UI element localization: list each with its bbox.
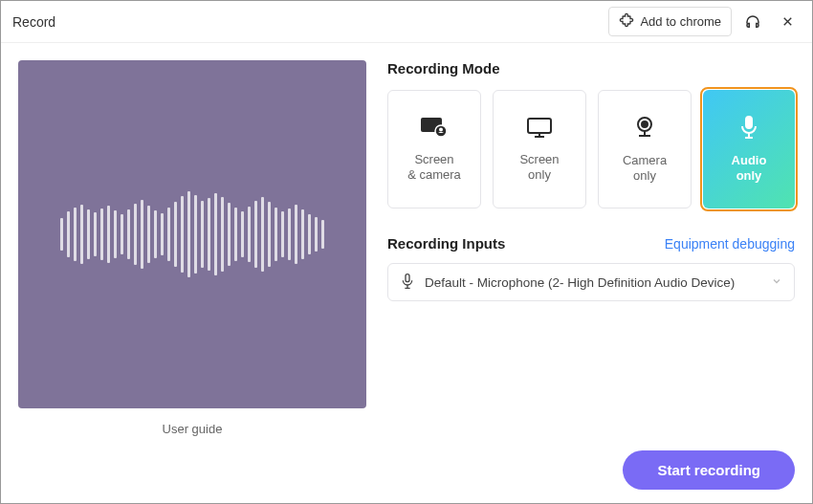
inputs-header: Recording Inputs Equipment debugging (387, 235, 795, 252)
mode-camera-only[interactable]: Camera only (598, 90, 692, 208)
start-recording-button[interactable]: Start recording (623, 450, 795, 490)
selection-highlight (700, 87, 798, 211)
mode-label: Screen & camera (407, 152, 461, 184)
mode-screen-camera[interactable]: Screen & camera (387, 90, 481, 208)
mode-list: Screen & camera Screen only (387, 90, 795, 208)
svg-rect-3 (528, 119, 551, 133)
screen-icon (526, 116, 553, 142)
microphone-select[interactable]: Default - Microphone (2- High Definition… (387, 263, 795, 301)
mode-screen-only[interactable]: Screen only (493, 90, 586, 208)
footer: Start recording (1, 436, 812, 503)
audio-preview (18, 60, 366, 408)
left-column: User guide (18, 60, 366, 436)
svg-rect-6 (746, 117, 752, 128)
body: User guide Recording Mode Screen (1, 43, 812, 436)
headset-button[interactable] (739, 9, 766, 35)
mode-label: Camera only (623, 153, 667, 185)
svg-point-5 (642, 121, 648, 127)
user-guide-link[interactable]: User guide (18, 422, 366, 436)
mode-label: Audio only (732, 153, 767, 185)
chevron-down-icon (771, 275, 782, 290)
equipment-debugging-link[interactable]: Equipment debugging (665, 236, 795, 252)
window-title: Record (12, 14, 55, 30)
titlebar: Record Add to chrome (1, 1, 812, 43)
screen-camera-icon (420, 116, 449, 142)
waveform-icon (60, 191, 324, 277)
microphone-icon (737, 115, 760, 143)
svg-rect-7 (406, 274, 409, 281)
camera-icon (632, 115, 657, 143)
svg-point-2 (439, 127, 443, 131)
extension-icon (619, 12, 634, 31)
close-button[interactable] (774, 9, 801, 35)
microphone-icon (400, 273, 415, 293)
microphone-value: Default - Microphone (2- High Definition… (425, 275, 761, 290)
mode-label: Screen only (519, 152, 559, 184)
right-column: Recording Mode Screen & camera (387, 60, 795, 436)
recording-inputs-title: Recording Inputs (387, 235, 505, 252)
recording-mode-title: Recording Mode (387, 60, 795, 77)
add-to-chrome-button[interactable]: Add to chrome (608, 7, 732, 36)
add-to-chrome-label: Add to chrome (640, 14, 721, 29)
mode-audio-only[interactable]: Audio only (703, 90, 795, 208)
record-window: Record Add to chrome (0, 0, 813, 504)
